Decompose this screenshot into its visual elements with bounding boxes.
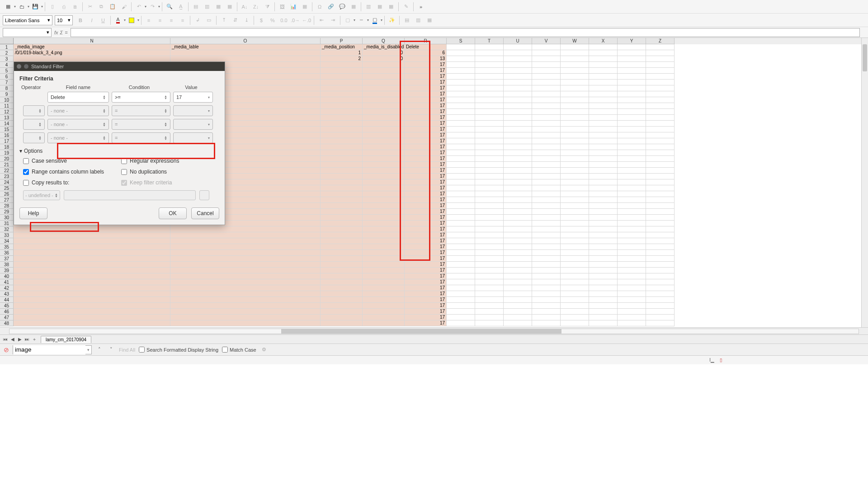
row-header-30[interactable]: 30	[0, 215, 14, 221]
find-matchcase-checkbox[interactable]: Match Case	[222, 347, 256, 353]
cell-V39[interactable]	[532, 268, 561, 273]
cell-Q1[interactable]: _media_is_disabled	[363, 44, 405, 50]
cell-Z28[interactable]	[646, 203, 675, 209]
cell-S36[interactable]	[447, 250, 475, 256]
cell-P5[interactable]	[321, 68, 363, 74]
cell-O40[interactable]	[170, 273, 321, 279]
cell-V1[interactable]	[532, 44, 561, 50]
row-header-17[interactable]: 17	[0, 138, 14, 144]
col-header-P[interactable]: P	[321, 38, 363, 44]
cell-Q12[interactable]	[363, 109, 405, 115]
cell-V6[interactable]	[532, 74, 561, 80]
redo-button[interactable]: ↷▾	[147, 1, 160, 12]
row-header-32[interactable]: 32	[0, 226, 14, 232]
cell-U43[interactable]	[504, 291, 532, 297]
cell-W13[interactable]	[561, 115, 589, 121]
cell-R37[interactable]: 17	[405, 256, 447, 262]
cell-R44[interactable]: 17	[405, 297, 447, 303]
cond-format-2[interactable]: ▥	[413, 15, 424, 26]
cell-X8[interactable]	[589, 85, 618, 91]
cell-T11[interactable]	[475, 103, 504, 109]
cell-X22[interactable]	[589, 168, 618, 174]
cell-R36[interactable]: 17	[405, 250, 447, 256]
cell-Y42[interactable]	[618, 285, 646, 291]
cell-T6[interactable]	[475, 74, 504, 80]
cell-R12[interactable]: 17	[405, 109, 447, 115]
cell-Q23[interactable]	[363, 174, 405, 179]
cell-Y43[interactable]	[618, 291, 646, 297]
cell-U33[interactable]	[504, 232, 532, 238]
cell-X13[interactable]	[589, 115, 618, 121]
borders-button[interactable]: ▢▾	[342, 15, 355, 26]
col-header-X[interactable]: X	[589, 38, 618, 44]
cell-R8[interactable]: 17	[405, 85, 447, 91]
cell-W35[interactable]	[561, 244, 589, 250]
cell-T19[interactable]	[475, 150, 504, 156]
cell-W48[interactable]	[561, 320, 589, 326]
dialog-titlebar[interactable]: Standard Filter	[14, 62, 225, 71]
cell-T45[interactable]	[475, 303, 504, 309]
cell-Q41[interactable]	[363, 279, 405, 285]
cell-V10[interactable]	[532, 97, 561, 103]
cell-Z41[interactable]	[646, 279, 675, 285]
cell-X19[interactable]	[589, 150, 618, 156]
row-header-38[interactable]: 38	[0, 262, 14, 268]
cell-S39[interactable]	[447, 268, 475, 273]
cell-Y15[interactable]	[618, 127, 646, 132]
cell-P42[interactable]	[321, 285, 363, 291]
cell-Q18[interactable]	[363, 144, 405, 150]
name-box[interactable]: ▾	[3, 28, 52, 37]
cell-O38[interactable]	[170, 262, 321, 268]
cell-N43[interactable]	[14, 291, 170, 297]
cell-V26[interactable]	[532, 191, 561, 197]
cell-S12[interactable]	[447, 109, 475, 115]
cell-N42[interactable]	[14, 285, 170, 291]
cell-V7[interactable]	[532, 80, 561, 85]
cell-Z14[interactable]	[646, 121, 675, 127]
cell-V8[interactable]	[532, 85, 561, 91]
cell-S8[interactable]	[447, 85, 475, 91]
row-header-11[interactable]: 11	[0, 103, 14, 109]
cell-Z22[interactable]	[646, 168, 675, 174]
cell-V45[interactable]	[532, 303, 561, 309]
cell-S2[interactable]	[447, 50, 475, 56]
cell-P11[interactable]	[321, 103, 363, 109]
cell-S7[interactable]	[447, 80, 475, 85]
cell-Z12[interactable]	[646, 109, 675, 115]
cell-R47[interactable]: 17	[405, 315, 447, 320]
cell-X25[interactable]	[589, 185, 618, 191]
cell-R45[interactable]: 17	[405, 303, 447, 309]
cell-Z1[interactable]	[646, 44, 675, 50]
cell-U1[interactable]	[504, 44, 532, 50]
cell-W44[interactable]	[561, 297, 589, 303]
cell-Q6[interactable]	[363, 74, 405, 80]
cell-R10[interactable]: 17	[405, 97, 447, 103]
cell-N40[interactable]	[14, 273, 170, 279]
cell-U48[interactable]	[504, 320, 532, 326]
sort-desc-button[interactable]: Z↓	[250, 1, 261, 12]
cell-Y26[interactable]	[618, 191, 646, 197]
cell-W27[interactable]	[561, 197, 589, 203]
cell-R16[interactable]: 17	[405, 132, 447, 138]
cell-N37[interactable]	[14, 256, 170, 262]
cell-Z9[interactable]	[646, 91, 675, 97]
cell-R7[interactable]: 17	[405, 80, 447, 85]
cell-U4[interactable]	[504, 62, 532, 68]
row-header-7[interactable]: 7	[0, 80, 14, 85]
cell-S15[interactable]	[447, 127, 475, 132]
cell-R39[interactable]: 17	[405, 268, 447, 273]
bold-button[interactable]: B	[75, 15, 86, 26]
print-button[interactable]: ⎙	[58, 1, 69, 12]
cell-S5[interactable]	[447, 68, 475, 74]
cell-Y35[interactable]	[618, 244, 646, 250]
cell-R19[interactable]: 17	[405, 150, 447, 156]
cell-X7[interactable]	[589, 80, 618, 85]
cell-Z7[interactable]	[646, 80, 675, 85]
cell-V46[interactable]	[532, 309, 561, 315]
align-justify-button[interactable]: ≡	[177, 15, 188, 26]
cell-U3[interactable]	[504, 56, 532, 62]
cell-X35[interactable]	[589, 244, 618, 250]
cell-V13[interactable]	[532, 115, 561, 121]
cell-Z34[interactable]	[646, 238, 675, 244]
row-header-47[interactable]: 47	[0, 315, 14, 320]
